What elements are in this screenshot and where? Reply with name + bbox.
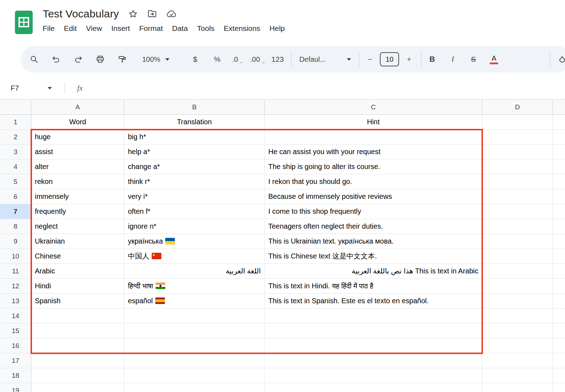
cell-E16[interactable] bbox=[553, 338, 565, 353]
row-header-4[interactable]: 4 bbox=[0, 159, 31, 174]
cell-A14[interactable] bbox=[31, 309, 124, 323]
cell-B10[interactable]: 中国人 bbox=[124, 249, 265, 264]
row-header-10[interactable]: 10 bbox=[0, 249, 31, 264]
star-icon[interactable] bbox=[128, 9, 138, 19]
cell-D11[interactable] bbox=[482, 264, 553, 279]
cell-C11[interactable]: هذا نص باللغة العربية This is text in Ar… bbox=[265, 264, 482, 279]
row-header-5[interactable]: 5 bbox=[0, 174, 31, 189]
cell-E14[interactable] bbox=[553, 309, 565, 323]
cell-E3[interactable] bbox=[553, 145, 565, 159]
bold-button[interactable]: B bbox=[424, 51, 441, 68]
cell-D14[interactable] bbox=[482, 309, 553, 323]
row-header-11[interactable]: 11 bbox=[0, 264, 31, 279]
zoom-select[interactable]: 100% bbox=[138, 51, 174, 68]
cell-B1[interactable]: Translation bbox=[124, 115, 265, 130]
cell-B8[interactable]: ignore n* bbox=[124, 219, 265, 234]
cell-D16[interactable] bbox=[482, 338, 553, 353]
cell-B16[interactable] bbox=[124, 338, 265, 353]
more-formats-button[interactable]: 123 bbox=[269, 51, 286, 68]
cell-D15[interactable] bbox=[482, 323, 553, 338]
undo-icon[interactable] bbox=[48, 51, 65, 68]
menu-data[interactable]: Data bbox=[167, 23, 192, 34]
cell-B17[interactable] bbox=[124, 353, 265, 368]
cell-B6[interactable]: very i* bbox=[124, 189, 265, 204]
cell-C6[interactable]: Because of immensely positive reviews bbox=[265, 189, 482, 204]
cell-B15[interactable] bbox=[124, 323, 265, 338]
select-all-corner[interactable] bbox=[0, 100, 31, 115]
cell-E4[interactable] bbox=[553, 159, 565, 174]
row-header-19[interactable]: 19 bbox=[0, 383, 31, 392]
cell-B5[interactable]: think r* bbox=[124, 174, 265, 189]
search-icon[interactable] bbox=[26, 51, 43, 68]
cell-E17[interactable] bbox=[553, 353, 565, 368]
cell-E7[interactable] bbox=[553, 204, 565, 219]
print-icon[interactable] bbox=[92, 51, 109, 68]
column-header-A[interactable]: A bbox=[31, 100, 124, 115]
italic-button[interactable]: I bbox=[444, 51, 461, 68]
cell-C17[interactable] bbox=[265, 353, 482, 368]
cell-B2[interactable]: big h* bbox=[124, 130, 265, 145]
cell-A11[interactable]: Arabic bbox=[31, 264, 124, 279]
row-header-18[interactable]: 18 bbox=[0, 368, 31, 383]
row-header-15[interactable]: 15 bbox=[0, 323, 31, 338]
cell-A16[interactable] bbox=[31, 338, 124, 353]
cell-A17[interactable] bbox=[31, 353, 124, 368]
cell-B13[interactable]: español bbox=[124, 294, 265, 309]
decrease-font-size-button[interactable]: − bbox=[361, 51, 378, 68]
cell-D4[interactable] bbox=[482, 159, 553, 174]
cell-E10[interactable] bbox=[553, 249, 565, 264]
cell-D7[interactable] bbox=[482, 204, 553, 219]
cell-B9[interactable]: українська bbox=[124, 234, 265, 249]
cell-B19[interactable] bbox=[124, 383, 265, 392]
cell-A3[interactable]: assist bbox=[31, 145, 124, 159]
menu-format[interactable]: Format bbox=[135, 23, 168, 34]
cell-C9[interactable]: This is Ukrainian text. українська мова. bbox=[265, 234, 482, 249]
cell-A18[interactable] bbox=[31, 368, 124, 383]
cell-D17[interactable] bbox=[482, 353, 553, 368]
cell-A6[interactable]: immensely bbox=[31, 189, 124, 204]
cell-A4[interactable]: alter bbox=[31, 159, 124, 174]
cell-D3[interactable] bbox=[482, 145, 553, 159]
cell-E11[interactable] bbox=[553, 264, 565, 279]
cell-D8[interactable] bbox=[482, 219, 553, 234]
row-header-14[interactable]: 14 bbox=[0, 309, 31, 323]
row-header-13[interactable]: 13 bbox=[0, 294, 31, 309]
strikethrough-button[interactable]: S bbox=[465, 51, 482, 68]
paint-format-icon[interactable] bbox=[114, 51, 131, 68]
move-to-folder-icon[interactable] bbox=[147, 9, 157, 19]
menu-file[interactable]: File bbox=[38, 23, 59, 34]
row-header-8[interactable]: 8 bbox=[0, 219, 31, 234]
name-box[interactable]: F7 bbox=[0, 84, 57, 92]
menu-view[interactable]: View bbox=[81, 23, 107, 34]
cell-E15[interactable] bbox=[553, 323, 565, 338]
row-header-16[interactable]: 16 bbox=[0, 338, 31, 353]
row-header-3[interactable]: 3 bbox=[0, 145, 31, 159]
font-family-select[interactable]: Defaul... bbox=[295, 51, 355, 68]
menu-help[interactable]: Help bbox=[265, 23, 289, 34]
cell-E6[interactable] bbox=[553, 189, 565, 204]
cell-D6[interactable] bbox=[482, 189, 553, 204]
cell-E18[interactable] bbox=[553, 368, 565, 383]
cell-C2[interactable] bbox=[265, 130, 482, 145]
cell-D9[interactable] bbox=[482, 234, 553, 249]
decrease-decimal-button[interactable]: .0 ← bbox=[229, 51, 246, 68]
cell-A2[interactable]: huge bbox=[31, 130, 124, 145]
cell-E13[interactable] bbox=[553, 294, 565, 309]
cell-C13[interactable]: This is text in Spanish. Este es el text… bbox=[265, 294, 482, 309]
cell-B14[interactable] bbox=[124, 309, 265, 323]
column-header-E-partial[interactable] bbox=[553, 100, 565, 115]
cell-C5[interactable]: I rekon that you should go. bbox=[265, 174, 482, 189]
cell-A5[interactable]: rekon bbox=[31, 174, 124, 189]
fx-icon[interactable]: fx bbox=[77, 83, 83, 93]
cell-E12[interactable] bbox=[553, 279, 565, 294]
cell-D18[interactable] bbox=[482, 368, 553, 383]
fill-color-icon[interactable] bbox=[554, 51, 565, 68]
format-percent-button[interactable]: % bbox=[209, 51, 226, 68]
cell-A19[interactable] bbox=[31, 383, 124, 392]
font-size-input[interactable]: 10 bbox=[380, 52, 399, 66]
cell-E1[interactable] bbox=[553, 115, 565, 130]
cell-B12[interactable]: हिन्दी भाषा bbox=[124, 279, 265, 294]
text-color-button[interactable]: A bbox=[485, 51, 502, 68]
cell-A12[interactable]: Hindi bbox=[31, 279, 124, 294]
cell-A8[interactable]: neglect bbox=[31, 219, 124, 234]
